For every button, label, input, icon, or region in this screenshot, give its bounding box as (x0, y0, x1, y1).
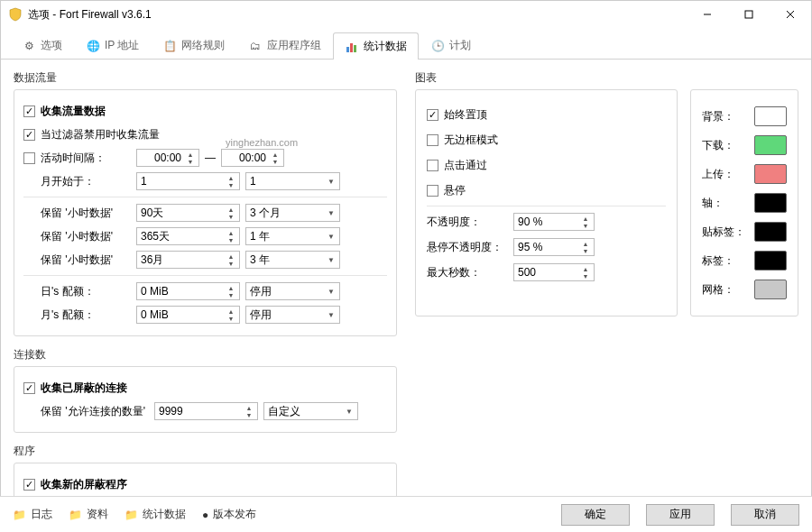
apply-button[interactable]: 应用 (646, 504, 715, 526)
svg-rect-4 (346, 47, 349, 52)
keep-month-spin[interactable]: 36月▲▼ (136, 251, 240, 269)
collect-blocked-checkbox[interactable] (23, 382, 35, 394)
collect-traffic-checkbox[interactable] (23, 105, 35, 117)
ticklabel-color[interactable] (754, 222, 787, 242)
keep-month-combo[interactable]: 3 年▼ (245, 251, 340, 269)
folder-icon: 📁 (13, 509, 26, 521)
ul-color[interactable] (754, 164, 787, 184)
ok-button[interactable]: 确定 (561, 504, 630, 526)
connections-group: 连接数 收集已屏蔽的连接 保留 '允许连接的数量'9999▲▼自定义▼ (14, 344, 397, 433)
time-to[interactable]: 00:00▲▼ (221, 149, 284, 167)
frameless-checkbox[interactable] (427, 134, 438, 146)
collect-new-checkbox[interactable] (23, 479, 35, 491)
always-top-checkbox[interactable] (427, 109, 438, 121)
dl-color[interactable] (754, 135, 787, 155)
chart-icon (345, 40, 359, 54)
hover-opacity-spin[interactable]: 95 %▲▼ (513, 238, 595, 256)
axis-color[interactable] (754, 193, 787, 213)
month-start-spin[interactable]: 1▲▼ (136, 172, 240, 190)
traffic-group: 数据流量 收集流量数据 当过滤器禁用时收集流量 活动时间隔： 00:00▲▼ —… (14, 67, 397, 336)
svg-rect-6 (354, 45, 356, 52)
close-button[interactable] (770, 1, 811, 28)
month-start-combo[interactable]: 1▼ (245, 172, 340, 190)
rules-icon: 📋 (162, 39, 177, 53)
window-title: 选项 - Fort Firewall v3.6.1 (28, 7, 687, 23)
click-through-checkbox[interactable] (427, 160, 438, 171)
day-quota-combo[interactable]: 停用▼ (245, 282, 340, 300)
maximize-button[interactable] (728, 1, 770, 28)
traffic-title: 数据流量 (14, 67, 397, 89)
folder-icon: 📁 (69, 509, 82, 521)
tab-stats[interactable]: 统计数据 (333, 32, 419, 60)
data-link[interactable]: 📁资料 (69, 507, 108, 522)
keep-hour-spin[interactable]: 90天▲▼ (136, 204, 240, 222)
month-quota-spin[interactable]: 0 MiB▲▼ (136, 306, 240, 324)
keep-hour-combo[interactable]: 3 个月▼ (245, 204, 340, 222)
tab-options[interactable]: ⚙选项 (10, 32, 74, 59)
app-icon (8, 7, 23, 22)
keep-allowed-spin[interactable]: 9999▲▼ (154, 402, 258, 420)
github-icon: ● (202, 509, 208, 521)
logs-link[interactable]: 📁日志 (13, 507, 52, 522)
keep-day-combo[interactable]: 1 年▼ (245, 227, 340, 245)
keep-allowed-combo[interactable]: 自定义▼ (263, 402, 358, 420)
release-link[interactable]: ●版本发布 (202, 507, 256, 522)
window-buttons (687, 1, 811, 28)
max-sec-spin[interactable]: 500▲▼ (513, 263, 595, 281)
tab-schedule[interactable]: 🕒计划 (419, 32, 483, 59)
tab-rules[interactable]: 📋网络规则 (151, 32, 236, 59)
svg-rect-1 (745, 11, 752, 18)
active-period-checkbox[interactable] (23, 152, 35, 164)
opacity-spin[interactable]: 90 %▲▼ (513, 213, 595, 231)
month-quota-combo[interactable]: 停用▼ (245, 306, 340, 324)
collect-traffic-label: 收集流量数据 (41, 104, 106, 119)
clock-icon: 🕒 (430, 39, 445, 53)
tab-ip[interactable]: 🌐IP 地址 (74, 32, 151, 59)
svg-rect-5 (350, 43, 353, 52)
chart-group: 图表 始终置顶 无边框模式 点击通过 悬停 不透明度：90 %▲▼ 悬停不透明度… (415, 67, 798, 316)
gear-icon: ⚙ (22, 39, 36, 53)
minimize-button[interactable] (687, 1, 728, 28)
bg-color[interactable] (754, 106, 787, 126)
grid-color[interactable] (754, 280, 787, 299)
label-color[interactable] (754, 251, 787, 271)
hover-checkbox[interactable] (427, 185, 438, 197)
footer: 📁日志 📁资料 📁统计数据 ●版本发布 确定 应用 取消 (0, 496, 812, 532)
day-quota-spin[interactable]: 0 MiB▲▼ (136, 282, 240, 300)
tab-apps[interactable]: 🗂应用程序组 (236, 32, 333, 59)
cancel-button[interactable]: 取消 (731, 504, 799, 526)
apps-icon: 🗂 (248, 39, 263, 53)
keep-day-spin[interactable]: 365天▲▼ (136, 227, 240, 245)
stats-link[interactable]: 📁统计数据 (125, 507, 186, 522)
time-from[interactable]: 00:00▲▼ (136, 149, 199, 167)
tabs: ⚙选项 🌐IP 地址 📋网络规则 🗂应用程序组 统计数据 🕒计划 (1, 28, 811, 60)
colors-panel: 背景： 下载： 上传： 轴： 贴标签： 标签： 网格： (690, 89, 798, 316)
ip-icon: 🌐 (86, 39, 100, 53)
folder-icon: 📁 (125, 509, 138, 521)
titlebar: 选项 - Fort Firewall v3.6.1 (1, 1, 811, 28)
collect-disabled-checkbox[interactable] (23, 129, 35, 141)
